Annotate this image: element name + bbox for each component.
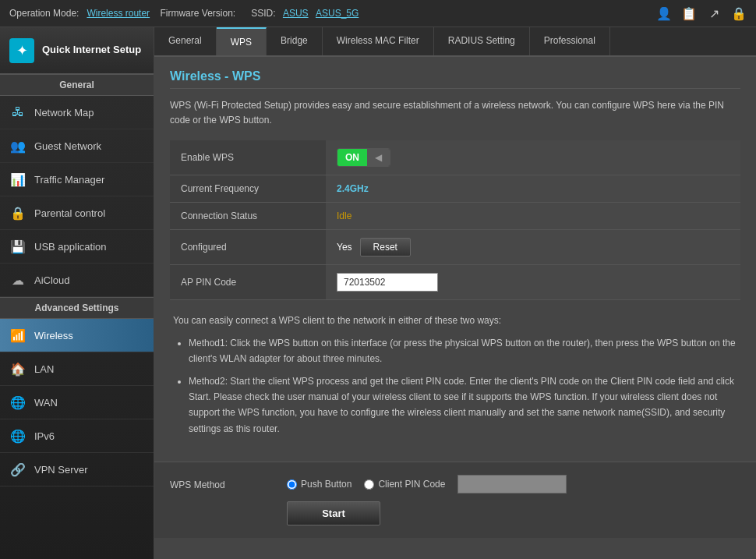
enable-wps-value: ON ◀ (326, 140, 740, 175)
sidebar-item-label-traffic-manager: Traffic Manager (34, 174, 104, 186)
status-value: Idle (337, 211, 352, 221)
wps-method-controls: Push Button Client PIN Code Start (287, 475, 567, 525)
client-pin-input[interactable] (457, 475, 567, 494)
sidebar-item-label-guest-network: Guest Network (34, 140, 101, 152)
operation-mode-info: Operation Mode: Wireless router Firmware… (9, 8, 359, 19)
tab-professional[interactable]: Professional (530, 27, 610, 55)
operation-mode-value[interactable]: Wireless router (87, 8, 150, 19)
tab-wireless-mac-filter[interactable]: Wireless MAC Filter (323, 27, 434, 55)
tab-general[interactable]: General (154, 27, 217, 55)
wps-method-label: WPS Method (170, 475, 271, 490)
parental-control-icon: 🔒 (9, 204, 26, 221)
start-button-container: Start (287, 501, 567, 525)
connection-status-value: Idle (326, 203, 740, 230)
sidebar-item-guest-network[interactable]: 👥 Guest Network (0, 129, 154, 163)
sidebar-item-label-wan: WAN (34, 397, 58, 409)
share-icon[interactable]: ↗ (706, 5, 722, 21)
copy-icon[interactable]: 📋 (681, 5, 697, 21)
wps-radio-row: Push Button Client PIN Code (287, 475, 567, 494)
top-bar-icons: 👤 📋 ↗ 🔒 (656, 5, 747, 21)
user-icon[interactable]: 👤 (656, 5, 672, 21)
ap-pin-input[interactable] (337, 273, 438, 292)
client-pin-option[interactable]: Client PIN Code (364, 479, 445, 490)
reset-button[interactable]: Reset (360, 238, 411, 257)
enable-wps-row: Enable WPS ON ◀ (170, 140, 740, 175)
ap-pin-label: AP PIN Code (170, 265, 326, 300)
guest-network-icon: 👥 (9, 137, 26, 154)
method1-item: Method1: Click the WPS button on this in… (189, 335, 737, 367)
methods-intro: You can easily connect a WPS client to t… (173, 313, 737, 328)
push-button-option[interactable]: Push Button (287, 479, 352, 490)
tab-bar: General WPS Bridge Wireless MAC Filter R… (154, 27, 756, 57)
main-layout: ✦ Quick Internet Setup General 🖧 Network… (0, 27, 756, 559)
content-inner: Wireless - WPS WPS (Wi-Fi Protected Setu… (154, 57, 756, 462)
aicloud-icon: ☁ (9, 271, 26, 288)
sidebar-item-label-usb-application: USB application (34, 241, 107, 253)
push-button-radio[interactable] (287, 479, 297, 490)
ipv6-icon: 🌐 (9, 427, 26, 444)
sidebar-item-label-aicloud: AiCloud (34, 274, 70, 286)
configured-controls: Yes Reset (337, 238, 730, 257)
lock-icon[interactable]: 🔒 (731, 5, 747, 21)
configured-yes-value: Yes (337, 242, 352, 253)
sidebar-item-lan[interactable]: 🏠 LAN (0, 352, 154, 386)
configured-row: Configured Yes Reset (170, 230, 740, 265)
wps-toggle[interactable]: ON ◀ (337, 148, 390, 167)
start-button[interactable]: Start (287, 501, 380, 525)
settings-table: Enable WPS ON ◀ Current Frequency 2.4GHz (170, 140, 740, 300)
sidebar-item-network-map[interactable]: 🖧 Network Map (0, 96, 154, 129)
sidebar-logo[interactable]: ✦ Quick Internet Setup (0, 27, 154, 74)
connection-status-row: Connection Status Idle (170, 203, 740, 230)
tab-radius-setting[interactable]: RADIUS Setting (434, 27, 530, 55)
general-section-label: General (0, 74, 154, 96)
tab-wps[interactable]: WPS (217, 27, 267, 55)
sidebar-item-label-ipv6: IPv6 (34, 430, 55, 442)
operation-mode-label: Operation Mode: (9, 8, 79, 19)
sidebar-item-wireless[interactable]: 📶 Wireless (0, 319, 154, 352)
top-bar: Operation Mode: Wireless router Firmware… (0, 0, 756, 27)
push-button-label: Push Button (301, 479, 352, 490)
usb-application-icon: 💾 (9, 238, 26, 255)
sidebar-item-wan[interactable]: 🌐 WAN (0, 386, 154, 419)
toggle-off-label: ◀ (367, 149, 390, 166)
current-frequency-label: Current Frequency (170, 175, 326, 203)
client-pin-radio[interactable] (364, 479, 374, 490)
logo-text: Quick Internet Setup (42, 44, 141, 57)
ssid-value1[interactable]: ASUS (283, 8, 309, 19)
sidebar-item-label-network-map: Network Map (34, 107, 94, 119)
firmware-label: Firmware Version: (160, 8, 235, 19)
sidebar-item-vpn-server[interactable]: 🔗 VPN Server (0, 453, 154, 486)
frequency-value: 2.4GHz (337, 183, 369, 194)
ssid-value2[interactable]: ASUS_5G (316, 8, 359, 19)
sidebar-item-parental-control[interactable]: 🔒 Parental control (0, 196, 154, 230)
toggle-on-label: ON (337, 149, 367, 166)
wps-method-row: WPS Method Push Button Client PIN Code (170, 475, 740, 525)
wps-method-section: WPS Method Push Button Client PIN Code (154, 462, 756, 538)
sidebar-item-label-parental-control: Parental control (34, 207, 105, 219)
content-area: Wireless - WPS WPS (Wi-Fi Protected Setu… (154, 57, 756, 559)
connection-status-label: Connection Status (170, 203, 326, 230)
sidebar-item-ipv6[interactable]: 🌐 IPv6 (0, 419, 154, 453)
ssid-label: SSID: (251, 8, 275, 19)
ap-pin-value (326, 265, 740, 300)
vpn-server-icon: 🔗 (9, 461, 26, 478)
page-title: Wireless - WPS (170, 69, 740, 89)
sidebar-item-aicloud[interactable]: ☁ AiCloud (0, 264, 154, 297)
methods-list: Method1: Click the WPS button on this in… (173, 335, 737, 437)
configured-label: Configured (170, 230, 326, 265)
wireless-icon: 📶 (9, 327, 26, 344)
main-content: General WPS Bridge Wireless MAC Filter R… (154, 27, 756, 559)
sidebar-item-traffic-manager[interactable]: 📊 Traffic Manager (0, 163, 154, 196)
method2-item: Method2: Start the client WPS process an… (189, 373, 737, 437)
enable-wps-label: Enable WPS (170, 140, 326, 175)
lan-icon: 🏠 (9, 360, 26, 377)
sidebar-item-label-vpn-server: VPN Server (34, 464, 88, 476)
current-frequency-value: 2.4GHz (326, 175, 740, 203)
network-map-icon: 🖧 (9, 104, 26, 121)
wan-icon: 🌐 (9, 394, 26, 411)
sidebar-item-usb-application[interactable]: 💾 USB application (0, 230, 154, 264)
tab-bridge[interactable]: Bridge (267, 27, 323, 55)
traffic-manager-icon: 📊 (9, 171, 26, 188)
sidebar: ✦ Quick Internet Setup General 🖧 Network… (0, 27, 154, 559)
sidebar-item-label-lan: LAN (34, 363, 54, 375)
